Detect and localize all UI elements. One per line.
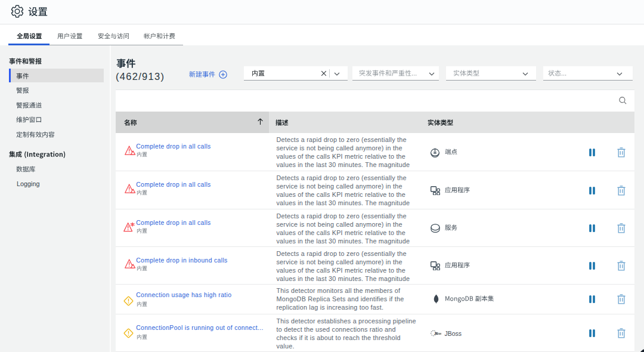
svg-text:JBoss: JBoss xyxy=(434,332,441,335)
